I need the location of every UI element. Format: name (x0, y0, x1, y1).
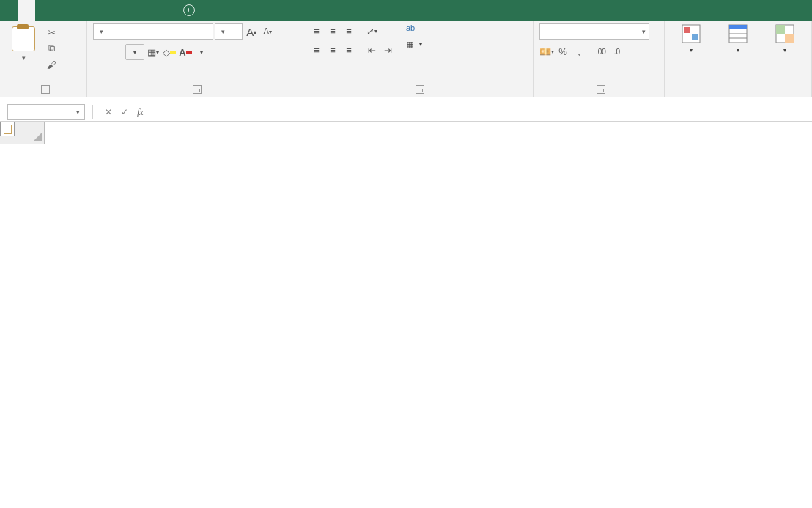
conditional-formatting-button[interactable]: ▾ (671, 23, 712, 54)
group-number: ▾ 💴▾ % , .00 .0 (534, 21, 665, 97)
cell-styles-button[interactable]: ▾ (764, 23, 805, 54)
comma-format-button[interactable]: , (572, 44, 586, 59)
menu-page-layout[interactable] (53, 0, 70, 21)
decrease-decimal-button[interactable]: .0 (610, 44, 624, 59)
worksheet-grid[interactable] (0, 122, 812, 503)
grow-font-button[interactable]: A▴ (244, 24, 259, 39)
format-as-table-button[interactable]: ▾ (717, 23, 759, 54)
ribbon: ▾ ✂ ⧉ 🖌 ▾ ▾ A▴ A▾ (0, 21, 812, 97)
group-alignment: ≡ ≡ ≡ ⤢▾ ≡ ≡ ≡ ⇤ ⇥ (303, 21, 534, 97)
menu-file[interactable] (0, 0, 18, 21)
cell-styles-icon (775, 23, 795, 44)
menu-home[interactable] (18, 0, 35, 21)
merge-center-button[interactable]: ▦ ▾ (406, 40, 422, 49)
svg-rect-2 (692, 34, 698, 40)
group-font: ▾ ▾ A▴ A▾ ▾ ▦▾ ◇ A ▾ (87, 21, 303, 97)
indent-decrease-button[interactable]: ⇤ (365, 43, 380, 57)
align-bottom-button[interactable]: ≡ (342, 23, 356, 38)
orientation-button[interactable]: ⤢▾ (365, 23, 380, 38)
paste-button[interactable]: ▾ (6, 23, 41, 62)
increase-decimal-button[interactable]: .00 (594, 44, 608, 59)
cut-icon[interactable]: ✂ (45, 26, 57, 38)
menu-data[interactable] (88, 0, 106, 21)
clipboard-icon (12, 26, 35, 51)
menu-bar (0, 0, 812, 21)
menu-formulas[interactable] (70, 0, 88, 21)
merge-icon: ▦ (406, 40, 413, 49)
font-size-combo[interactable]: ▾ (215, 23, 243, 40)
align-top-button[interactable]: ≡ (309, 23, 324, 38)
font-dialog-launcher[interactable] (193, 85, 202, 94)
clipboard-dialog-launcher[interactable] (41, 85, 50, 94)
accounting-format-button[interactable]: 💴▾ (539, 44, 554, 59)
conditional-formatting-icon (681, 23, 701, 44)
group-clipboard: ▾ ✂ ⧉ 🖌 (0, 21, 87, 97)
tell-me[interactable] (183, 0, 198, 21)
shrink-font-button[interactable]: A▾ (260, 24, 275, 39)
alignment-dialog-launcher[interactable] (416, 85, 424, 94)
wrap-text-icon: ab (406, 23, 415, 32)
svg-rect-4 (729, 25, 747, 29)
group-styles: ▾ ▾ ▾ (665, 21, 812, 97)
percent-format-button[interactable]: % (556, 44, 570, 59)
menu-developer[interactable] (141, 0, 158, 21)
fx-icon[interactable]: fx (137, 107, 144, 118)
indent-increase-button[interactable]: ⇥ (381, 43, 396, 57)
font-color-button[interactable]: A (178, 45, 193, 59)
name-box[interactable]: ▾ (7, 104, 85, 120)
svg-rect-1 (684, 27, 690, 33)
menu-review[interactable] (106, 0, 123, 21)
align-center-button[interactable]: ≡ (325, 43, 340, 57)
formula-bar-row: ▾ ✕ ✓ fx (0, 103, 812, 122)
svg-rect-8 (776, 25, 785, 34)
menu-help[interactable] (158, 0, 176, 21)
copy-icon[interactable]: ⧉ (45, 43, 57, 54)
italic-button[interactable] (109, 45, 124, 59)
lightbulb-icon (183, 4, 195, 16)
paste-options-button[interactable] (0, 122, 15, 136)
fill-color-button[interactable]: ◇ (162, 45, 177, 59)
formula-bar[interactable] (148, 105, 812, 119)
format-painter-icon[interactable]: 🖌 (45, 59, 57, 70)
enter-formula-button[interactable]: ✓ (117, 107, 133, 117)
cancel-formula-button[interactable]: ✕ (100, 107, 117, 117)
align-left-button[interactable]: ≡ (309, 43, 324, 57)
table-icon (728, 23, 748, 44)
phonetic-button[interactable]: ▾ (194, 45, 209, 59)
svg-rect-9 (785, 34, 794, 43)
menu-view[interactable] (123, 0, 141, 21)
bold-button[interactable] (93, 45, 108, 59)
borders-button[interactable]: ▦▾ (146, 45, 160, 59)
number-dialog-launcher[interactable] (597, 85, 605, 94)
wrap-text-button[interactable]: ab (406, 23, 422, 32)
font-name-combo[interactable]: ▾ (93, 23, 213, 40)
menu-insert[interactable] (35, 0, 53, 21)
number-format-combo[interactable]: ▾ (539, 23, 649, 40)
underline-button[interactable]: ▾ (125, 44, 144, 60)
align-middle-button[interactable]: ≡ (325, 23, 340, 38)
align-right-button[interactable]: ≡ (342, 43, 356, 57)
